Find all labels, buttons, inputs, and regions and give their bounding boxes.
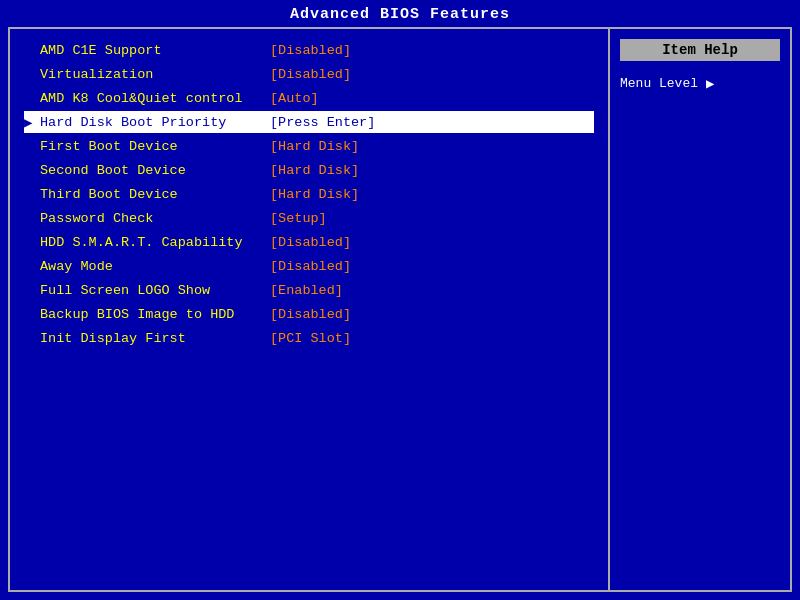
row-label: Full Screen LOGO Show — [40, 283, 270, 298]
row-value: [Disabled] — [270, 67, 351, 82]
bios-screen: Advanced BIOS Features AMD C1E Support[D… — [0, 0, 800, 600]
left-panel: AMD C1E Support[Disabled] Virtualization… — [10, 29, 610, 590]
row-label: HDD S.M.A.R.T. Capability — [40, 235, 270, 250]
header-bar: Advanced BIOS Features — [0, 0, 800, 27]
bios-menu-row[interactable]: Password Check[Setup] — [24, 207, 594, 229]
bios-menu-row[interactable]: HDD S.M.A.R.T. Capability[Disabled] — [24, 231, 594, 253]
bios-menu-row[interactable]: Third Boot Device[Hard Disk] — [24, 183, 594, 205]
row-label: Hard Disk Boot Priority — [40, 115, 270, 130]
row-value: [Disabled] — [270, 259, 351, 274]
row-label: Third Boot Device — [40, 187, 270, 202]
row-value: [PCI Slot] — [270, 331, 351, 346]
row-label: Second Boot Device — [40, 163, 270, 178]
header-title: Advanced BIOS Features — [290, 6, 510, 23]
row-value: [Setup] — [270, 211, 327, 226]
menu-level-row: Menu Level ▶ — [620, 75, 780, 92]
item-help-title: Item Help — [620, 39, 780, 61]
row-value: [Auto] — [270, 91, 319, 106]
row-label: First Boot Device — [40, 139, 270, 154]
bios-menu-row[interactable]: First Boot Device[Hard Disk] — [24, 135, 594, 157]
row-value: [Disabled] — [270, 235, 351, 250]
main-area: AMD C1E Support[Disabled] Virtualization… — [8, 27, 792, 592]
bios-menu-row[interactable]: Full Screen LOGO Show[Enabled] — [24, 279, 594, 301]
bios-menu-row[interactable]: Virtualization[Disabled] — [24, 63, 594, 85]
row-label: Password Check — [40, 211, 270, 226]
row-value: [Enabled] — [270, 283, 343, 298]
bios-menu-row[interactable]: ▶Hard Disk Boot Priority[Press Enter] — [24, 111, 594, 133]
row-label: Init Display First — [40, 331, 270, 346]
row-value: [Disabled] — [270, 43, 351, 58]
row-label: AMD K8 Cool&Quiet control — [40, 91, 270, 106]
row-arrow-indicator: ▶ — [24, 114, 40, 131]
bios-menu-row[interactable]: Second Boot Device[Hard Disk] — [24, 159, 594, 181]
bios-menu-row[interactable]: AMD K8 Cool&Quiet control[Auto] — [24, 87, 594, 109]
row-label: AMD C1E Support — [40, 43, 270, 58]
row-value: [Disabled] — [270, 307, 351, 322]
bios-menu-row[interactable]: AMD C1E Support[Disabled] — [24, 39, 594, 61]
bios-menu-row[interactable]: Backup BIOS Image to HDD[Disabled] — [24, 303, 594, 325]
menu-level-arrow-icon: ▶ — [706, 75, 714, 92]
row-value: [Press Enter] — [270, 115, 375, 130]
row-label: Backup BIOS Image to HDD — [40, 307, 270, 322]
row-value: [Hard Disk] — [270, 139, 359, 154]
right-panel: Item Help Menu Level ▶ — [610, 29, 790, 590]
menu-level-label: Menu Level — [620, 76, 698, 91]
row-value: [Hard Disk] — [270, 187, 359, 202]
row-label: Virtualization — [40, 67, 270, 82]
bios-menu-row[interactable]: Away Mode[Disabled] — [24, 255, 594, 277]
bios-menu-row[interactable]: Init Display First[PCI Slot] — [24, 327, 594, 349]
row-label: Away Mode — [40, 259, 270, 274]
row-value: [Hard Disk] — [270, 163, 359, 178]
